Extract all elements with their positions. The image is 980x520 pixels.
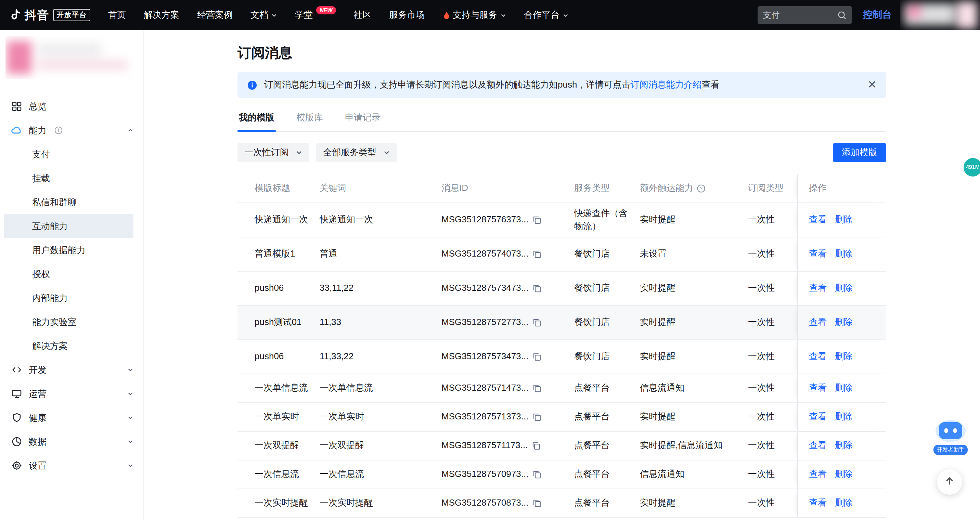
pie-chart-icon <box>11 436 22 447</box>
user-account-blurred[interactable] <box>900 0 980 30</box>
nav-item-support[interactable]: 支持与服务 <box>442 9 506 21</box>
copy-icon[interactable] <box>533 470 541 479</box>
sidebar-item-ability-lab[interactable]: 能力实验室 <box>0 310 143 334</box>
nav-item-partner[interactable]: 合作平台 <box>524 9 568 21</box>
tab-application-records[interactable]: 申请记录 <box>344 109 382 131</box>
douyin-note-icon <box>10 10 21 21</box>
chevron-down-icon <box>296 149 302 156</box>
subscribe-type-select[interactable]: 一次性订阅 <box>237 143 309 162</box>
sidebar-item-operation[interactable]: 运营 <box>0 382 143 406</box>
cell-keyword: 11,33,22 <box>320 340 441 374</box>
sidebar-item-health[interactable]: 健康 <box>0 406 143 430</box>
nav-item-solutions[interactable]: 解决方案 <box>144 9 179 21</box>
copy-icon[interactable] <box>533 413 541 421</box>
chevron-down-icon <box>127 391 134 397</box>
add-template-button[interactable]: 添加模版 <box>833 143 886 162</box>
delete-link[interactable]: 删除 <box>835 350 853 363</box>
search-input[interactable] <box>763 10 838 20</box>
cell-keyword: 11,33 <box>320 306 441 339</box>
nav-item-home[interactable]: 首页 <box>108 9 126 21</box>
view-link[interactable]: 查看 <box>809 468 827 481</box>
question-circle-icon[interactable]: ? <box>697 184 706 193</box>
service-type-select[interactable]: 全部服务类型 <box>316 143 397 162</box>
cell-subscribe-type: 一次性 <box>748 203 797 237</box>
copy-icon[interactable] <box>533 318 541 327</box>
sidebar-item-mount[interactable]: 挂载 <box>0 166 143 190</box>
delete-link[interactable]: 删除 <box>835 439 853 452</box>
copy-icon[interactable] <box>533 384 541 393</box>
sidebar-item-payment[interactable]: 支付 <box>0 142 143 166</box>
sidebar-item-authorization[interactable]: 授权 <box>0 262 143 286</box>
delete-link[interactable]: 删除 <box>835 468 853 481</box>
copy-icon[interactable] <box>533 284 541 293</box>
svg-text:?: ? <box>700 186 703 191</box>
copy-icon[interactable] <box>533 216 541 224</box>
sidebar-item-interaction[interactable]: 互动能力 <box>4 214 134 238</box>
copy-icon[interactable] <box>533 352 541 361</box>
cell-message-id: MSG351287570973... <box>441 461 574 488</box>
table-header: 模版标题 关键词 消息ID 服务类型 额外触达能力 ? 订阅类型 操作 <box>237 175 886 203</box>
view-link[interactable]: 查看 <box>809 213 827 226</box>
capsule-badge[interactable]: 491M <box>964 158 980 177</box>
chevron-down-icon <box>562 12 568 18</box>
copy-icon[interactable] <box>533 499 541 508</box>
view-link[interactable]: 查看 <box>809 248 827 261</box>
cell-service-type: 餐饮门店 <box>574 340 640 374</box>
page: 抖音 开放平台 首页 解决方案 经营案例 文档 学堂 NEW 社区 服务市场 支… <box>0 0 980 520</box>
sidebar-item-user-data[interactable]: 用户数据能力 <box>0 238 143 262</box>
nav-item-community[interactable]: 社区 <box>353 9 371 21</box>
sidebar-item-ability[interactable]: 能力 i <box>0 118 143 142</box>
filter-row: 一次性订阅 全部服务类型 添加模版 <box>237 143 886 162</box>
view-link[interactable]: 查看 <box>809 410 827 423</box>
nav-item-docs[interactable]: 文档 <box>250 9 277 21</box>
tab-template-library[interactable]: 模版库 <box>295 109 325 131</box>
sidebar-item-message-group[interactable]: 私信和群聊 <box>0 190 143 214</box>
ability-cloud-icon <box>11 125 22 136</box>
view-link[interactable]: 查看 <box>809 316 827 329</box>
view-link[interactable]: 查看 <box>809 350 827 363</box>
copy-icon[interactable] <box>532 441 541 450</box>
view-link[interactable]: 查看 <box>809 439 827 452</box>
delete-link[interactable]: 删除 <box>835 213 853 226</box>
delete-link[interactable]: 删除 <box>835 248 853 261</box>
sidebar-item-overview[interactable]: 总览 <box>0 94 143 118</box>
brand-logo[interactable]: 抖音 开放平台 <box>10 7 90 23</box>
nav-item-service-market[interactable]: 服务市场 <box>389 9 425 21</box>
cell-actions: 查看 删除 <box>797 237 886 271</box>
sidebar-item-data[interactable]: 数据 <box>0 430 143 454</box>
view-link[interactable]: 查看 <box>809 382 827 395</box>
close-icon[interactable]: ✕ <box>867 80 877 90</box>
sidebar-item-settings[interactable]: 设置 <box>0 454 143 477</box>
cell-subscribe-type: 一次性 <box>748 306 797 339</box>
copy-icon[interactable] <box>533 250 541 259</box>
gear-icon <box>11 460 22 471</box>
delete-link[interactable]: 删除 <box>835 497 853 510</box>
chevron-down-icon <box>127 415 134 421</box>
sidebar-item-develop[interactable]: 开发 <box>0 358 143 382</box>
console-link[interactable]: 控制台 <box>863 9 892 21</box>
cell-subscribe-type: 一次性 <box>748 461 797 488</box>
upgrade-info-banner: 订阅消息能力现已全面升级，支持申请长期订阅消息以及额外的触达能力如push，详情… <box>237 72 886 98</box>
delete-link[interactable]: 删除 <box>835 316 853 329</box>
developer-assistant-widget[interactable]: 开发者助手 <box>934 420 968 455</box>
cell-keyword: 一次双提醒 <box>320 432 441 460</box>
view-link[interactable]: 查看 <box>809 497 827 510</box>
delete-link[interactable]: 删除 <box>835 382 853 395</box>
nav-item-academy[interactable]: 学堂 NEW <box>295 9 336 21</box>
search-icon[interactable] <box>838 11 846 19</box>
delete-link[interactable]: 删除 <box>835 410 853 423</box>
nav-item-cases[interactable]: 经营案例 <box>197 9 233 21</box>
banner-link[interactable]: 订阅消息能力介绍 <box>630 80 702 90</box>
delete-link[interactable]: 删除 <box>835 282 853 295</box>
cell-template-title: 一次单信息流 <box>237 374 320 402</box>
cell-actions: 查看 删除 <box>797 203 886 237</box>
sidebar-item-solutions[interactable]: 解决方案 <box>0 334 143 358</box>
shield-icon <box>11 412 22 423</box>
tab-my-templates[interactable]: 我的模版 <box>237 109 276 131</box>
topbar-search[interactable] <box>757 6 852 24</box>
info-icon[interactable]: i <box>55 127 62 134</box>
back-to-top-button[interactable] <box>937 469 962 495</box>
sidebar-item-internal[interactable]: 内部能力 <box>0 286 143 310</box>
chevron-down-icon <box>383 149 390 156</box>
view-link[interactable]: 查看 <box>809 282 827 295</box>
